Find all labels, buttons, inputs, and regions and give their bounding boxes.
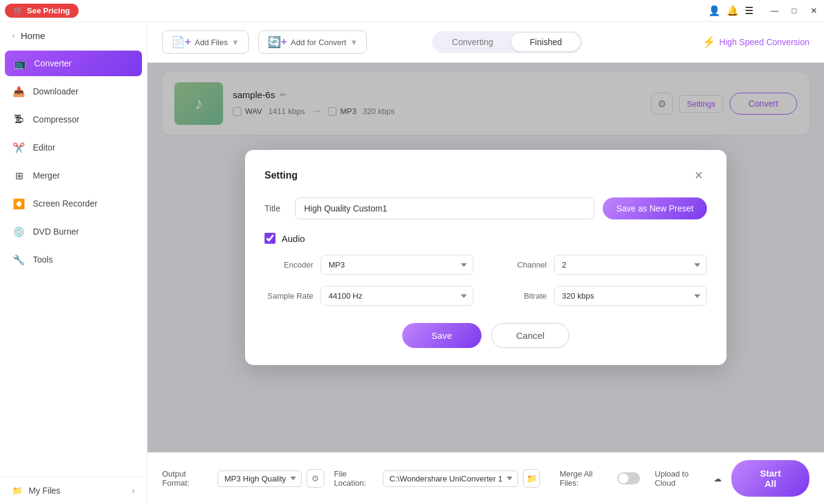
merge-toggle[interactable] <box>617 472 640 484</box>
merger-icon: ⊞ <box>12 169 26 182</box>
start-all-button[interactable]: Start All <box>731 460 809 497</box>
add-files-dropdown-icon: ▼ <box>232 38 240 47</box>
modal-cancel-button[interactable]: Cancel <box>491 323 570 348</box>
sample-rate-select[interactable]: 44100 Hz 22050 Hz 48000 Hz <box>321 286 474 306</box>
screen-recorder-icon: ⏺️ <box>12 197 26 210</box>
cart-icon: 🛒 <box>13 6 23 15</box>
modal-save-button[interactable]: Save <box>402 323 481 348</box>
top-bar: 📄+ Add Files ▼ 🔄+ Add for Convert ▼ Conv… <box>147 22 824 63</box>
sidebar-my-files[interactable]: 📁 My Files › <box>0 477 147 504</box>
sidebar-item-converter[interactable]: 📺 Converter <box>5 51 142 76</box>
channel-label: Channel <box>498 260 547 269</box>
title-bar: 🛒 See Pricing 👤 🔔 ☰ — □ ✕ <box>0 0 824 22</box>
see-pricing-button[interactable]: 🛒 See Pricing <box>5 4 79 18</box>
title-input[interactable] <box>295 197 594 219</box>
add-files-icon: 📄+ <box>171 35 191 49</box>
minimize-button[interactable]: — <box>769 5 780 16</box>
bitrate-label: Bitrate <box>498 291 547 300</box>
upload-cloud-group[interactable]: Upload to Cloud ☁ <box>655 469 722 488</box>
modal-footer: Save Cancel <box>265 323 707 348</box>
title-bar-icons: 👤 🔔 ☰ — □ ✕ <box>708 5 819 16</box>
high-speed-label: High Speed Conversion <box>719 37 809 47</box>
channel-select[interactable]: 2 1 <box>554 255 707 275</box>
bitrate-select[interactable]: 320 kbps 256 kbps 192 kbps 128 kbps <box>554 286 707 306</box>
sidebar-item-compressor-label: Compressor <box>33 115 79 124</box>
add-convert-label: Add for Convert <box>291 38 346 47</box>
sidebar-item-downloader-label: Downloader <box>33 87 79 96</box>
my-files-icon: 📁 <box>12 486 23 495</box>
sidebar: ‹ Home 📺 Converter 📥 Downloader 🗜 Compre… <box>0 22 147 504</box>
sidebar-item-compressor[interactable]: 🗜 Compressor <box>0 105 147 133</box>
bottom-bar: Output Format: MP3 High Quality MP3 Stan… <box>147 452 824 504</box>
sidebar-item-dvd-burner[interactable]: 💿 DVD Burner <box>0 218 147 246</box>
tab-finished[interactable]: Finished <box>511 33 580 51</box>
user-icon[interactable]: 👤 <box>708 5 720 16</box>
browse-folder-button[interactable]: 📁 <box>523 469 540 488</box>
editor-icon: ✂️ <box>12 141 26 154</box>
maximize-button[interactable]: □ <box>789 5 800 16</box>
add-convert-dropdown-icon: ▼ <box>350 38 358 47</box>
encoder-select[interactable]: MP3 AAC FLAC WAV <box>321 255 474 275</box>
add-files-label: Add Files <box>195 38 228 47</box>
sidebar-item-screen-recorder-label: Screen Recorder <box>33 199 98 208</box>
high-speed-conversion[interactable]: ⚡ High Speed Conversion <box>702 35 809 49</box>
upload-cloud-label: Upload to Cloud <box>655 469 710 488</box>
output-format-settings-button[interactable]: ⚙ <box>307 469 324 488</box>
sidebar-item-merger[interactable]: ⊞ Merger <box>0 161 147 190</box>
audio-label: Audio <box>282 233 305 244</box>
tab-converting[interactable]: Converting <box>434 33 512 51</box>
converter-icon: 📺 <box>13 57 27 70</box>
merge-label: Merge All Files: <box>559 469 613 488</box>
modal-title-row: Title Save as New Preset <box>265 197 707 219</box>
compressor-icon: 🗜 <box>12 113 26 126</box>
dvd-burner-icon: 💿 <box>12 225 26 238</box>
content-area: ♪ sample-6s ✏ WAV 1411 kbps → <box>147 63 824 452</box>
output-format-label: Output Format: <box>162 469 213 488</box>
merge-group: Merge All Files: <box>559 469 640 488</box>
my-files-label: My Files <box>29 486 60 495</box>
add-convert-button[interactable]: 🔄+ Add for Convert ▼ <box>258 30 367 54</box>
sidebar-item-merger-label: Merger <box>33 171 60 180</box>
sample-rate-row: Sample Rate 44100 Hz 22050 Hz 48000 Hz <box>265 286 474 306</box>
save-new-preset-button[interactable]: Save as New Preset <box>603 197 707 219</box>
file-location-label: File Location: <box>334 469 378 488</box>
setting-modal: Setting ✕ Title Save as New Preset Audio <box>245 150 726 365</box>
sidebar-item-tools-label: Tools <box>33 255 53 264</box>
audio-checkbox[interactable] <box>265 233 275 244</box>
sidebar-home[interactable]: ‹ Home <box>0 22 147 49</box>
output-format-group: Output Format: MP3 High Quality MP3 Stan… <box>162 469 324 488</box>
sidebar-nav: 📺 Converter 📥 Downloader 🗜 Compressor ✂️… <box>0 49 147 477</box>
close-window-button[interactable]: ✕ <box>808 5 819 16</box>
output-format-select[interactable]: MP3 High Quality MP3 Standard WAV AAC FL… <box>218 470 302 487</box>
home-chevron-icon: ‹ <box>12 32 15 40</box>
title-label: Title <box>265 204 286 213</box>
sidebar-item-downloader[interactable]: 📥 Downloader <box>0 77 147 105</box>
sidebar-item-tools[interactable]: 🔧 Tools <box>0 246 147 274</box>
file-location-group: File Location: C:\Wondershare UniConvert… <box>334 469 540 488</box>
tools-icon: 🔧 <box>12 253 26 266</box>
my-files-chevron-icon: › <box>132 486 135 495</box>
add-convert-icon: 🔄+ <box>268 35 288 49</box>
sidebar-item-converter-label: Converter <box>34 59 71 68</box>
modal-header: Setting ✕ <box>265 167 707 184</box>
file-location-select[interactable]: C:\Wondershare UniConverter 1 <box>383 470 518 487</box>
notification-icon[interactable]: 🔔 <box>726 5 739 16</box>
modal-overlay: Setting ✕ Title Save as New Preset Audio <box>147 63 824 452</box>
add-files-button[interactable]: 📄+ Add Files ▼ <box>162 30 249 54</box>
sidebar-item-screen-recorder[interactable]: ⏺️ Screen Recorder <box>0 190 147 218</box>
sidebar-item-dvd-burner-label: DVD Burner <box>33 227 79 236</box>
menu-icon[interactable]: ☰ <box>745 5 753 16</box>
see-pricing-label: See Pricing <box>27 6 70 15</box>
modal-close-button[interactable]: ✕ <box>690 167 707 184</box>
encoder-row: Encoder MP3 AAC FLAC WAV <box>265 255 474 275</box>
window-controls: — □ ✕ <box>769 5 819 16</box>
home-label: Home <box>21 30 45 41</box>
sidebar-item-editor[interactable]: ✂️ Editor <box>0 133 147 161</box>
audio-section: Audio Encoder MP3 AAC FLAC WAV <box>265 233 707 306</box>
main-content: 📄+ Add Files ▼ 🔄+ Add for Convert ▼ Conv… <box>147 22 824 504</box>
sidebar-item-editor-label: Editor <box>33 143 55 152</box>
settings-grid: Encoder MP3 AAC FLAC WAV Channel <box>265 255 707 306</box>
channel-row: Channel 2 1 <box>498 255 707 275</box>
lightning-icon: ⚡ <box>702 35 716 49</box>
tab-group: Converting Finished <box>432 31 583 53</box>
